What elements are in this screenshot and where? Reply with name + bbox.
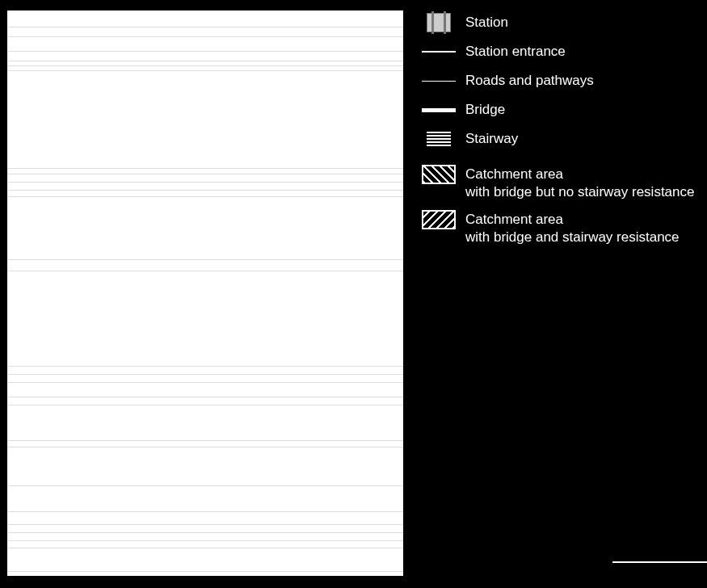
hatch-forward-icon xyxy=(422,164,456,185)
legend-item-station: Station xyxy=(422,12,705,33)
legend-item-roads: Roads and pathways xyxy=(422,70,705,91)
line-icon xyxy=(422,41,456,62)
legend-label: Station xyxy=(465,12,508,32)
stairway-icon xyxy=(422,128,456,149)
figure-stage: Station Station entrance Roads and pathw… xyxy=(0,0,707,588)
legend-item-entrance: Station entrance xyxy=(422,41,705,62)
legend-label: Roads and pathways xyxy=(465,70,594,90)
map-panel xyxy=(6,10,404,577)
legend-item-bridge: Bridge xyxy=(422,99,705,120)
legend: Station Station entrance Roads and pathw… xyxy=(422,12,705,588)
hatch-backward-icon xyxy=(422,209,456,230)
legend-label: Bridge xyxy=(465,99,505,119)
legend-item-stairway: Stairway xyxy=(422,128,705,149)
station-icon xyxy=(422,12,456,33)
legend-label: Stairway xyxy=(465,128,518,148)
line-icon xyxy=(422,99,456,120)
scale-rule xyxy=(612,561,707,563)
legend-label: Catchment area with bridge and stairway … xyxy=(465,209,680,246)
legend-label: Catchment area with bridge but no stairw… xyxy=(465,164,694,201)
legend-label: Station entrance xyxy=(465,41,566,61)
line-icon xyxy=(422,70,456,91)
legend-item-catchment-1: Catchment area with bridge but no stairw… xyxy=(422,164,705,201)
legend-item-catchment-2: Catchment area with bridge and stairway … xyxy=(422,209,705,246)
